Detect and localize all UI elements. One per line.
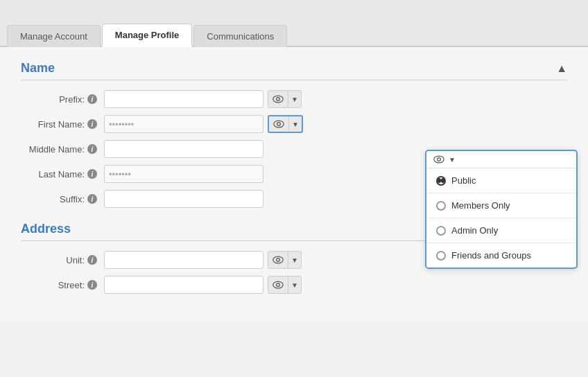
option-public[interactable]: Public bbox=[426, 168, 576, 193]
street-info-icon[interactable]: i bbox=[87, 280, 97, 290]
option-friends-and-groups-label: Friends and Groups bbox=[451, 250, 531, 261]
street-row: Street: i ▼ bbox=[21, 276, 567, 294]
street-input[interactable] bbox=[104, 276, 263, 294]
prefix-eye-caret[interactable]: ▼ bbox=[288, 91, 301, 107]
suffix-info-icon[interactable]: i bbox=[87, 194, 97, 204]
last-name-label: Last Name: i bbox=[21, 169, 104, 179]
svg-point-6 bbox=[273, 256, 283, 263]
middle-name-input[interactable] bbox=[104, 140, 263, 158]
first-name-input[interactable] bbox=[104, 115, 263, 133]
street-eye-icon bbox=[268, 277, 288, 293]
option-members-only[interactable]: Members Only bbox=[426, 193, 576, 218]
unit-eye-caret[interactable]: ▼ bbox=[288, 252, 301, 268]
suffix-input[interactable] bbox=[104, 190, 263, 208]
first-name-label: First Name: i bbox=[21, 119, 104, 130]
last-name-info-icon[interactable]: i bbox=[87, 169, 97, 179]
unit-label: Unit: i bbox=[21, 255, 104, 265]
option-friends-and-groups[interactable]: Friends and Groups bbox=[426, 243, 576, 268]
middle-name-label: Middle Name: i bbox=[21, 144, 104, 155]
svg-point-5 bbox=[438, 158, 441, 161]
svg-point-0 bbox=[273, 96, 283, 103]
option-public-label: Public bbox=[451, 175, 476, 186]
first-name-info-icon[interactable]: i bbox=[87, 119, 97, 129]
name-section-title: Name bbox=[21, 61, 55, 76]
radio-public bbox=[436, 176, 446, 186]
first-name-eye-caret[interactable]: ▼ bbox=[288, 116, 302, 132]
tabs-bar: Manage Account Manage Profile Communicat… bbox=[0, 0, 588, 47]
option-admin-only[interactable]: Admin Only bbox=[426, 218, 576, 243]
name-section-header: Name ▲ bbox=[21, 61, 567, 80]
unit-info-icon[interactable]: i bbox=[87, 255, 97, 265]
svg-point-9 bbox=[277, 283, 280, 287]
street-eye-caret[interactable]: ▼ bbox=[288, 277, 301, 293]
prefix-eye-icon bbox=[268, 91, 288, 107]
radio-friends-and-groups bbox=[436, 251, 446, 261]
address-section-title: Address bbox=[21, 222, 71, 236]
tab-communications[interactable]: Communications bbox=[193, 25, 287, 47]
street-visibility-btn[interactable]: ▼ bbox=[268, 276, 302, 294]
first-name-eye-icon bbox=[269, 116, 288, 132]
tab-manage-account[interactable]: Manage Account bbox=[7, 25, 101, 47]
main-content: Name ▲ Prefix: i ▼ Fir bbox=[0, 47, 588, 322]
dropdown-caret: ▼ bbox=[449, 156, 456, 164]
option-members-only-label: Members Only bbox=[451, 200, 510, 211]
radio-admin-only bbox=[436, 226, 446, 236]
first-name-visibility-btn[interactable]: ▼ bbox=[268, 115, 303, 133]
svg-point-8 bbox=[273, 281, 283, 288]
radio-members-only bbox=[436, 201, 446, 211]
svg-point-3 bbox=[277, 123, 281, 126]
prefix-row: Prefix: i ▼ bbox=[21, 90, 567, 108]
prefix-info-icon[interactable]: i bbox=[87, 94, 97, 104]
last-name-input[interactable] bbox=[104, 165, 263, 183]
svg-point-2 bbox=[274, 121, 284, 128]
svg-point-4 bbox=[434, 156, 444, 163]
dropdown-top-eye-btn[interactable]: ▼ bbox=[426, 151, 576, 168]
svg-point-7 bbox=[277, 258, 280, 262]
svg-point-1 bbox=[277, 98, 280, 101]
prefix-input[interactable] bbox=[104, 90, 263, 108]
middle-name-info-icon[interactable]: i bbox=[87, 144, 97, 154]
option-admin-only-label: Admin Only bbox=[451, 225, 498, 236]
unit-visibility-btn[interactable]: ▼ bbox=[268, 251, 302, 269]
unit-input[interactable] bbox=[104, 251, 263, 269]
prefix-visibility-btn[interactable]: ▼ bbox=[268, 90, 302, 108]
tab-manage-profile[interactable]: Manage Profile bbox=[102, 24, 192, 47]
suffix-label: Suffix: i bbox=[21, 194, 104, 204]
visibility-dropdown: ▼ Public Members Only Admin Only Friends… bbox=[425, 150, 578, 269]
prefix-label: Prefix: i bbox=[21, 94, 104, 105]
unit-eye-icon bbox=[268, 252, 288, 268]
name-collapse-icon[interactable]: ▲ bbox=[556, 62, 567, 75]
street-label: Street: i bbox=[21, 280, 104, 290]
first-name-row: First Name: i ▼ bbox=[21, 115, 567, 133]
